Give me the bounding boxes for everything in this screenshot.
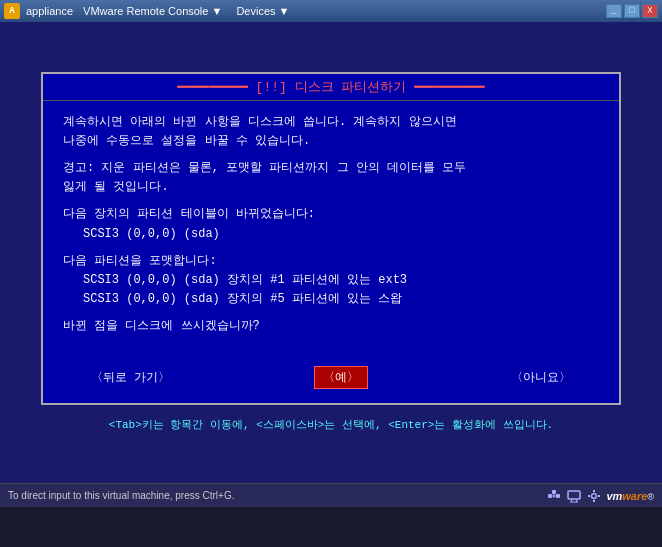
vmware-logo: vmware® — [606, 490, 654, 502]
paragraph-2-text: 경고: 지운 파티션은 물론, 포맷할 파티션까지 그 안의 데이터를 모두 잃… — [63, 161, 466, 194]
format-label: 다음 파티션을 포맷합니다: — [63, 252, 599, 271]
confirm-question: 바뀐 점을 디스크에 쓰시겠습니까? — [63, 317, 599, 336]
settings-icon — [586, 488, 602, 504]
window-controls: _ □ X — [606, 4, 658, 18]
titlebar: A appliance VMware Remote Console ▼ Devi… — [0, 0, 662, 22]
paragraph-1: 계속하시면 아래의 바뀐 사항을 디스크에 씁니다. 계속하지 않으시면 나중에… — [63, 113, 599, 151]
paragraph-1-text: 계속하시면 아래의 바뀐 사항을 디스크에 씁니다. 계속하지 않으시면 나중에… — [63, 115, 457, 148]
format-section: 다음 파티션을 포맷합니다: SCSI3 (0,0,0) (sda) 장치의 #… — [63, 252, 599, 310]
keyboard-hint: <Tab>키는 항목간 이동에, <스페이스바>는 선택에, <Enter>는 … — [41, 413, 621, 433]
network-icon — [546, 488, 562, 504]
partition-table-section: 다음 장치의 파티션 테이블이 바뀌었습니다: SCSI3 (0,0,0) (s… — [63, 205, 599, 243]
paragraph-2: 경고: 지운 파티션은 물론, 포맷할 파티션까지 그 안의 데이터를 모두 잃… — [63, 159, 599, 197]
statusbar-icons: vmware® — [546, 488, 654, 504]
devices-menu[interactable]: Devices ▼ — [232, 5, 293, 17]
svg-rect-0 — [548, 494, 552, 498]
statusbar: To direct input to this virtual machine,… — [0, 483, 662, 507]
vmware-remote-console-menu[interactable]: VMware Remote Console ▼ — [79, 5, 226, 17]
svg-point-9 — [592, 493, 597, 498]
no-button[interactable]: 〈아니요〉 — [503, 367, 579, 388]
svg-rect-12 — [588, 495, 590, 497]
monitor-icon — [566, 488, 582, 504]
svg-rect-3 — [552, 490, 556, 494]
dialog-content: 계속하시면 아래의 바뀐 사항을 디스크에 씁니다. 계속하지 않으시면 나중에… — [43, 101, 619, 357]
confirm-question-text: 바뀐 점을 디스크에 쓰시겠습니까? — [63, 319, 260, 333]
format-line-1: SCSI3 (0,0,0) (sda) 장치의 #1 파티션에 있는 ext3 — [63, 271, 599, 290]
dialog-title: ━━━━━━━━━ [!!] 디스크 파티션하기 ━━━━━━━━━ — [43, 74, 619, 101]
svg-rect-5 — [568, 491, 580, 499]
back-button[interactable]: 〈뒤로 가기〉 — [83, 367, 178, 388]
svg-rect-1 — [556, 494, 560, 498]
format-line-2: SCSI3 (0,0,0) (sda) 장치의 #5 파티션에 있는 스왑 — [63, 290, 599, 309]
svg-rect-10 — [593, 490, 595, 492]
close-button[interactable]: X — [642, 4, 658, 18]
svg-rect-13 — [598, 495, 600, 497]
svg-rect-11 — [593, 500, 595, 502]
partition-table-label: 다음 장치의 파티션 테이블이 바뀌었습니다: — [63, 205, 599, 224]
statusbar-text: To direct input to this virtual machine,… — [8, 490, 538, 501]
restore-button[interactable]: □ — [624, 4, 640, 18]
app-name: appliance — [26, 5, 73, 17]
minimize-button[interactable]: _ — [606, 4, 622, 18]
partition-table-value: SCSI3 (0,0,0) (sda) — [63, 225, 599, 244]
app-icon: A — [4, 3, 20, 19]
dialog-buttons: 〈뒤로 가기〉 〈예〉 〈아니요〉 — [43, 356, 619, 403]
yes-button[interactable]: 〈예〉 — [314, 366, 368, 389]
main-area: ━━━━━━━━━ [!!] 디스크 파티션하기 ━━━━━━━━━ 계속하시면… — [0, 22, 662, 483]
partition-dialog: ━━━━━━━━━ [!!] 디스크 파티션하기 ━━━━━━━━━ 계속하시면… — [41, 72, 621, 406]
keyboard-hint-text: <Tab>키는 항목간 이동에, <스페이스바>는 선택에, <Enter>는 … — [109, 419, 553, 431]
